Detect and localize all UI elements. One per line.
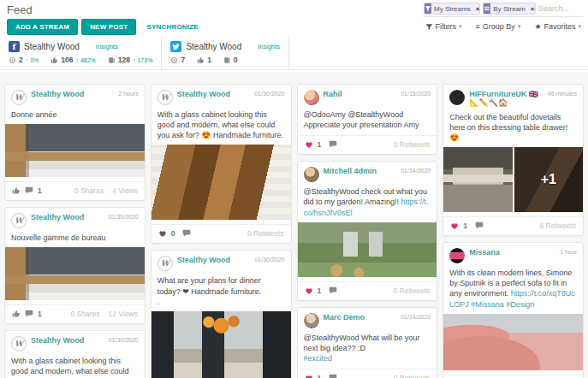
author-link[interactable]: Missana xyxy=(469,248,500,257)
post-time: 2 hours xyxy=(118,90,138,97)
heart-icon[interactable] xyxy=(305,140,313,149)
post-card[interactable]: W Stealthy Wood 01/30/2020 With a glass … xyxy=(4,330,146,378)
engagement-stat: 1 xyxy=(197,56,211,64)
post-text: Nouvelle gamme de bureau xyxy=(11,233,139,243)
search-input[interactable] xyxy=(538,4,583,13)
stories-stat: 0 xyxy=(223,56,238,64)
avatar: W xyxy=(157,256,173,271)
post-image-dressing-table[interactable] xyxy=(443,147,512,212)
comment-count: 1 xyxy=(38,186,42,195)
comment-icon[interactable] xyxy=(182,229,191,238)
comment-icon[interactable] xyxy=(329,140,337,149)
post-card[interactable]: W Stealthy Wood 01/30/2020 With a glass … xyxy=(151,84,292,244)
post-card[interactable]: Missana 1 hour With its clean modern lin… xyxy=(442,242,584,378)
author-link[interactable]: Stealthy Wood xyxy=(31,90,84,98)
search-facet-my-streams[interactable]: My Streams × xyxy=(424,3,480,15)
post-card[interactable]: Mitchell 4dmin 01/14/2020 @StealthyWood … xyxy=(297,161,438,300)
post-text: @StealthyWood What will be your next big… xyxy=(304,333,431,363)
like-count: 1 xyxy=(463,221,467,230)
post-image-garden[interactable] xyxy=(298,222,437,277)
stream-kanban: f Page Posts: Stealthy Wood W Stealthy W… xyxy=(0,72,588,378)
post-text: What are your plans for dinner today? ❤ … xyxy=(157,275,285,306)
facet-remove-icon[interactable]: × xyxy=(528,3,536,14)
post-card[interactable]: Marc Demo 01/14/2020 @StealthyWood What … xyxy=(297,307,438,378)
post-text: @StealthyWood check out what you did to … xyxy=(304,186,431,217)
post-image-office[interactable] xyxy=(5,124,145,177)
post-card[interactable]: W Stealthy Wood 01/30/2020 What are your… xyxy=(151,250,292,378)
avatar: W xyxy=(157,90,173,105)
retweet-count: 8 Retweets xyxy=(539,221,576,230)
heart-icon[interactable] xyxy=(158,229,167,238)
new-post-button[interactable]: NEW POST xyxy=(81,19,136,35)
post-card[interactable]: W Stealthy Wood 2 hours Bonne année 1 0 … xyxy=(4,84,146,201)
comment-icon[interactable] xyxy=(25,310,33,318)
shares-count: 0 Shares xyxy=(74,186,104,195)
author-link[interactable]: Stealthy Wood xyxy=(177,256,230,264)
comment-icon[interactable] xyxy=(475,221,484,230)
post-card[interactable]: W Stealthy Wood 01/30/2020 Nouvelle gamm… xyxy=(4,207,146,324)
more-images-overlay[interactable]: +1 xyxy=(514,147,583,212)
star-icon: ★ xyxy=(534,22,541,31)
comment-icon[interactable] xyxy=(329,374,337,378)
hashtag-link[interactable]: #excited xyxy=(304,353,431,363)
author-link[interactable]: Mitchell 4dmin xyxy=(324,167,377,175)
button-row: ADD A STREAM NEW POST SYNCHRONIZE xyxy=(7,19,205,35)
account-facebook[interactable]: f Stealthy Wood Insights 2↑ 0% 106↑ 482%… xyxy=(0,36,162,69)
account-summary-row: f Stealthy Wood Insights 2↑ 0% 106↑ 482%… xyxy=(0,36,588,70)
avatar xyxy=(304,167,319,182)
post-text: With a glass cabinet looking this good a… xyxy=(157,109,285,140)
post-image-drawer[interactable]: +1 xyxy=(514,147,583,212)
post-time: 01/30/2020 xyxy=(109,336,139,343)
like-icon[interactable] xyxy=(12,186,21,195)
engagement-stat: 106↑ 482% xyxy=(50,56,96,64)
author-link[interactable]: Rahil xyxy=(324,90,342,98)
avatar xyxy=(304,313,319,328)
retweet-count: 0 Retweets xyxy=(394,374,431,378)
heart-icon[interactable] xyxy=(450,221,459,230)
heart-icon[interactable] xyxy=(305,374,313,378)
favorites-dropdown[interactable]: ★ Favorites ▾ xyxy=(534,22,581,31)
post-card[interactable]: Rahil 01/15/2020 @OdooAmy @StealthyWood … xyxy=(297,84,438,155)
post-time: 1 hour xyxy=(560,248,577,255)
audience-stat: 2↑ 0% xyxy=(9,56,39,64)
group-by-icon xyxy=(484,3,490,14)
author-link[interactable]: Stealthy Wood xyxy=(31,213,84,221)
stream-column-tweets: Tweets of: Stealthy Wood W Stealthy Wood… xyxy=(151,75,292,375)
like-icon[interactable] xyxy=(12,310,21,318)
author-link[interactable]: Stealthy Wood xyxy=(31,336,84,345)
retweet-count: 0 Retweets xyxy=(247,229,284,238)
post-text: With a glass cabinet looking this good a… xyxy=(11,356,139,378)
chevron-down-icon: ▾ xyxy=(518,23,521,30)
chevron-down-icon: ▾ xyxy=(578,23,581,30)
search-bar[interactable]: My Streams × By Stream × xyxy=(424,3,583,17)
account-twitter[interactable]: Stealthy Wood Insights 7 1 0 xyxy=(162,36,289,69)
search-facet-by-stream[interactable]: By Stream × xyxy=(483,3,536,15)
comment-icon[interactable] xyxy=(329,286,337,295)
post-card[interactable]: HIFFurnitureUK 🇬🇧📐✏️🔨🏠 46 minutes Check … xyxy=(442,84,584,236)
avatar: W xyxy=(11,213,27,228)
post-image-pink-sofa[interactable] xyxy=(443,314,583,370)
author-link[interactable]: Marc Demo xyxy=(324,313,365,322)
author-link[interactable]: HIFFurnitureUK 🇬🇧📐✏️🔨🏠 xyxy=(469,90,543,108)
like-count: 1 xyxy=(318,286,322,295)
like-count: 1 xyxy=(318,140,322,149)
facet-remove-icon[interactable]: × xyxy=(473,3,481,14)
views-count: 4 Views xyxy=(112,186,138,195)
group-by-dropdown[interactable]: ≡ Group By ▾ xyxy=(476,22,521,31)
comment-icon[interactable] xyxy=(25,186,33,195)
post-image-dinner-table[interactable] xyxy=(151,311,291,378)
author-link[interactable]: Stealthy Wood xyxy=(177,90,230,98)
filters-dropdown[interactable]: Filters ▾ xyxy=(425,22,462,31)
add-stream-button[interactable]: ADD A STREAM xyxy=(7,19,78,35)
audience-stat: 7 xyxy=(170,56,185,64)
post-image-cabinet[interactable] xyxy=(151,145,291,220)
stories-stat: 128↑ 173% xyxy=(108,56,153,64)
insights-link[interactable]: Insights xyxy=(96,43,118,50)
post-image-office[interactable] xyxy=(5,247,145,300)
post-time: 01/30/2020 xyxy=(254,90,284,97)
insights-link[interactable]: Insights xyxy=(258,43,280,50)
filter-icon xyxy=(425,3,431,14)
twitter-icon xyxy=(170,41,181,52)
synchronize-button[interactable]: SYNCHRONIZE xyxy=(140,20,205,34)
heart-icon[interactable] xyxy=(305,286,313,295)
